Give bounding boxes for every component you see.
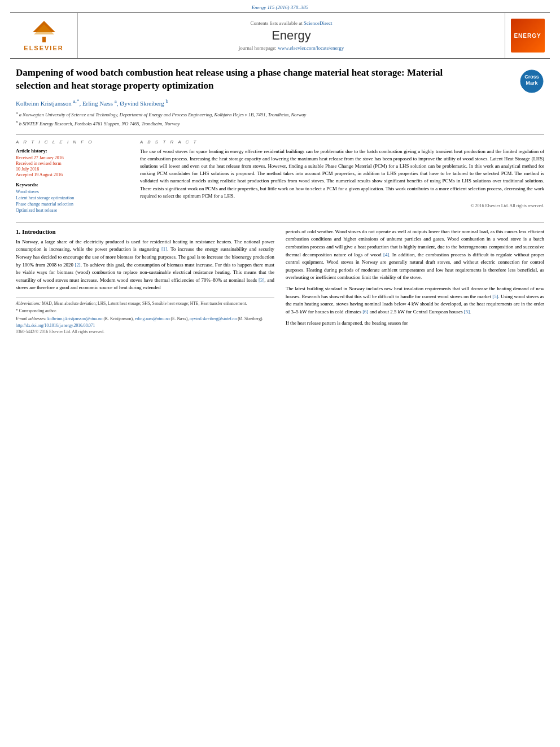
email-footnote: E-mail addresses: kolbeinn.j.kristjansso…	[16, 316, 274, 322]
affiliations: a a Norwegian University of Science and …	[16, 110, 544, 128]
energy-logo-icon: ENERGY	[511, 19, 545, 53]
contents-text: Contents lists available at	[251, 20, 303, 26]
corresponding-footnote: * Corresponding author.	[16, 308, 274, 314]
body-section: 1. Introduction In Norway, a large share…	[16, 228, 544, 334]
issn-line: 0360-5442/© 2016 Elsevier Ltd. All right…	[16, 329, 274, 334]
superscript-b: a	[115, 98, 117, 104]
homepage-text: journal homepage:	[239, 45, 277, 51]
history-label: Article history:	[16, 148, 129, 154]
journal-middle: Contents lists available at ScienceDirec…	[78, 13, 505, 58]
elsevier-tree-wrapper: ELSEVIER	[24, 20, 63, 51]
journal-citation: Energy 115 (2016) 378–385	[0, 0, 560, 12]
abbreviations-label: Abbreviations:	[16, 301, 41, 306]
aff-b-sup: b	[16, 120, 18, 124]
elsevier-logo: ELSEVIER	[10, 13, 78, 58]
crossmark-badge: Cross Mark	[519, 69, 544, 95]
intro-section-title: 1. Introduction	[16, 228, 274, 235]
abstract-header: A B S T R A C T	[140, 139, 544, 145]
body-right-col: periods of cold weather. Wood stoves do …	[286, 228, 544, 334]
doi-link[interactable]: http://dx.doi.org/10.1016/j.energy.2016.…	[16, 323, 274, 328]
ref-4[interactable]: [4]	[383, 252, 389, 257]
accepted-date: Accepted 19 August 2016	[16, 172, 129, 177]
article-title: Dampening of wood batch combustion heat …	[16, 67, 445, 93]
authors-text: Kolbeinn Kristjansson a,*, Erling Næss a…	[16, 100, 168, 107]
abstract-text: The use of wood stoves for space heating…	[140, 148, 544, 200]
ref-5[interactable]: [5]	[492, 294, 498, 299]
energy-logo-text: ENERGY	[514, 33, 541, 39]
citation-text: Energy 115 (2016) 378–385	[252, 5, 309, 10]
journal-title-banner: Energy	[272, 28, 311, 43]
email-naess[interactable]: erling.nass@ntnu.no	[135, 316, 170, 321]
main-content: Cross Mark Dampening of wood batch combu…	[0, 59, 560, 342]
received-date: Received 27 January 2016	[16, 155, 129, 160]
revised-date: 10 July 2016	[16, 167, 129, 172]
intro-right-para-3: If the heat release pattern is dampened,…	[286, 320, 544, 327]
keyword-1[interactable]: Wood stoves	[16, 189, 129, 194]
article-info-abstract-section: A R T I C L E I N F O Article history: R…	[16, 134, 544, 214]
superscript-c: b	[165, 98, 168, 104]
abbreviations-text: MAD, Mean absolute deviation; LHS, Laten…	[42, 301, 247, 306]
homepage-url[interactable]: www.elsevier.com/locate/energy	[278, 45, 344, 51]
ref-6[interactable]: [6]	[362, 309, 368, 314]
affiliation-a-text: a Norwegian University of Science and Te…	[19, 111, 307, 117]
affiliation-b: b b SINTEF Energy Research, Postboks 476…	[16, 119, 544, 128]
aff-a-sup: a	[16, 111, 18, 115]
sciencedirect-link[interactable]: ScienceDirect	[304, 20, 332, 26]
affiliation-a: a a Norwegian University of Science and …	[16, 110, 544, 119]
page: Energy 115 (2016) 378–385 ELSEVIER Conte…	[0, 0, 560, 747]
section-divider	[16, 222, 544, 222]
naess-label: (E. Næss),	[171, 316, 190, 321]
keywords-label: Keywords:	[16, 182, 129, 187]
elsevier-label: ELSEVIER	[24, 45, 63, 51]
svg-text:Cross: Cross	[524, 74, 539, 80]
superscript-a: a,*	[73, 98, 79, 104]
keyword-2[interactable]: Latent heat storage optimization	[16, 195, 129, 200]
email-kristjansson[interactable]: kolbeinn.j.kristjansson@ntnu.no	[47, 316, 103, 321]
section-title-text: Introduction	[22, 228, 56, 235]
energy-logo-box: ENERGY	[505, 13, 550, 58]
body-left-col: 1. Introduction In Norway, a large share…	[16, 228, 274, 334]
svg-text:Mark: Mark	[526, 80, 538, 86]
email-label: E-mail addresses:	[16, 316, 47, 321]
ref-3[interactable]: [3]	[259, 277, 264, 283]
keyword-3[interactable]: Phase change material selection	[16, 202, 129, 207]
affiliation-b-text: b SINTEF Energy Research, Postboks 4761 …	[19, 121, 180, 126]
corresponding-text: * Corresponding author.	[16, 308, 57, 313]
homepage-line: journal homepage: www.elsevier.com/locat…	[239, 45, 344, 51]
authors: Kolbeinn Kristjansson a,*, Erling Næss a…	[16, 98, 544, 107]
svg-rect-0	[42, 37, 46, 42]
revised-label: Received in revised form	[16, 161, 129, 166]
article-info-col: A R T I C L E I N F O Article history: R…	[16, 139, 129, 214]
journal-banner: ELSEVIER Contents lists available at Sci…	[10, 12, 550, 59]
abbreviations-footnote: Abbreviations: MAD, Mean absolute deviat…	[16, 300, 274, 307]
ref-1[interactable]: [1]	[161, 246, 167, 252]
elsevier-tree-icon	[27, 20, 61, 42]
kristjansson-label: (K. Kristjansson),	[103, 316, 134, 321]
abstract-col: A B S T R A C T The use of wood stoves f…	[140, 139, 544, 214]
ref-2[interactable]: [2]	[75, 262, 81, 268]
intro-right-para-2: The latest building standard in Norway i…	[286, 285, 544, 316]
footnotes-area: Abbreviations: MAD, Mean absolute deviat…	[16, 298, 274, 334]
ref-5b[interactable]: [5]	[464, 309, 470, 314]
email-skreiberg[interactable]: oyvind.skreiberg@sintef.no	[190, 316, 237, 321]
intro-right-para-1: periods of cold weather. Wood stoves do …	[286, 228, 544, 282]
intro-left-para: In Norway, a large share of the electric…	[16, 238, 274, 292]
keyword-4[interactable]: Optimized heat release	[16, 208, 129, 213]
article-info-header: A R T I C L E I N F O	[16, 139, 129, 145]
skreiberg-label: (Ø. Skreiberg).	[238, 316, 263, 321]
copyright: © 2016 Elsevier Ltd. All rights reserved…	[140, 203, 544, 208]
section-number: 1.	[16, 228, 20, 235]
crossmark-icon: Cross Mark	[519, 69, 544, 94]
contents-line: Contents lists available at ScienceDirec…	[251, 20, 333, 26]
